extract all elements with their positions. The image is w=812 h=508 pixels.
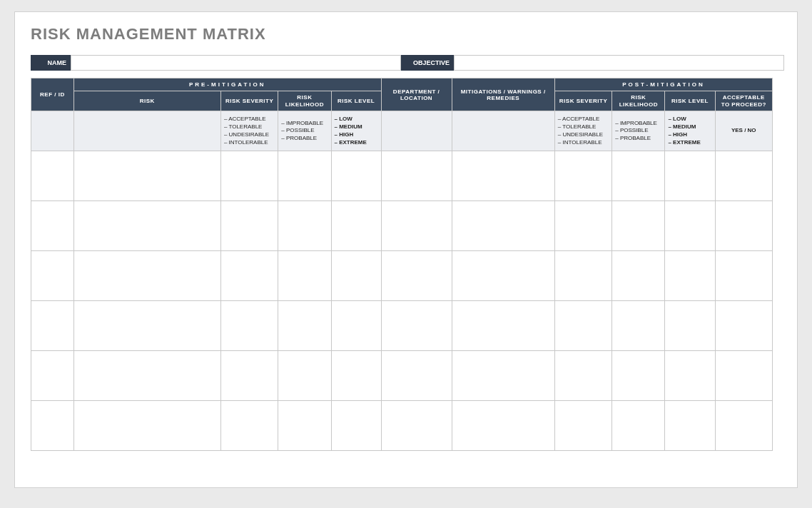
objective-label: OBJECTIVE xyxy=(401,55,454,71)
legend-pre-level: – LOW– MEDIUM– HIGH– EXTREME xyxy=(331,111,381,151)
name-field[interactable] xyxy=(71,55,401,71)
cell-dept[interactable] xyxy=(381,301,452,351)
legend-mitigations xyxy=(452,111,554,151)
cell-mit[interactable] xyxy=(452,201,554,251)
cell-risk[interactable] xyxy=(73,251,220,301)
cell-pre_lvl[interactable] xyxy=(331,401,381,451)
cell-post_sev[interactable] xyxy=(554,351,611,401)
legend-row: – ACCEPTABLE– TOLERABLE– UNDESIRABLE– IN… xyxy=(31,111,773,151)
cell-pre_lvl[interactable] xyxy=(331,201,381,251)
cell-acc[interactable] xyxy=(715,351,773,401)
page-title: RISK MANAGEMENT MATRIX xyxy=(31,25,784,44)
objective-field[interactable] xyxy=(454,55,784,71)
cell-dept[interactable] xyxy=(381,251,452,301)
cell-post_sev[interactable] xyxy=(554,151,611,201)
cell-pre_sev[interactable] xyxy=(220,151,278,201)
cell-post_sev[interactable] xyxy=(554,401,611,451)
legend-post-level: – LOW– MEDIUM– HIGH– EXTREME xyxy=(665,111,715,151)
cell-pre_lik[interactable] xyxy=(278,251,331,301)
col-pre-level: RISK LEVEL xyxy=(331,91,381,111)
table-row xyxy=(31,251,773,301)
cell-ref[interactable] xyxy=(31,151,74,201)
cell-mit[interactable] xyxy=(452,251,554,301)
cell-post_lvl[interactable] xyxy=(665,201,715,251)
table-row xyxy=(31,351,773,401)
cell-acc[interactable] xyxy=(715,401,773,451)
legend-pre-likelihood: – IMPROBABLE– POSSIBLE– PROBABLE xyxy=(278,111,331,151)
col-mitigations: MITIGATIONS / WARNINGS / REMEDIES xyxy=(452,78,554,111)
cell-post_sev[interactable] xyxy=(554,201,611,251)
risk-matrix-table: REF / ID PRE-MITIGATION DEPARTMENT / LOC… xyxy=(31,78,773,451)
cell-acc[interactable] xyxy=(715,301,773,351)
legend-pre-severity: – ACCEPTABLE– TOLERABLE– UNDESIRABLE– IN… xyxy=(220,111,278,151)
cell-post_lvl[interactable] xyxy=(665,351,715,401)
cell-acc[interactable] xyxy=(715,251,773,301)
legend-risk xyxy=(73,111,220,151)
cell-dept[interactable] xyxy=(381,351,452,401)
cell-mit[interactable] xyxy=(452,351,554,401)
cell-risk[interactable] xyxy=(73,351,220,401)
col-post-severity: RISK SEVERITY xyxy=(554,91,611,111)
cell-post_lvl[interactable] xyxy=(665,151,715,201)
cell-post_lvl[interactable] xyxy=(665,251,715,301)
cell-acc[interactable] xyxy=(715,151,773,201)
cell-pre_lvl[interactable] xyxy=(331,301,381,351)
cell-pre_sev[interactable] xyxy=(220,401,278,451)
cell-post_lik[interactable] xyxy=(612,351,665,401)
cell-dept[interactable] xyxy=(381,201,452,251)
cell-pre_sev[interactable] xyxy=(220,351,278,401)
table-row xyxy=(31,301,773,351)
cell-ref[interactable] xyxy=(31,201,74,251)
cell-post_lik[interactable] xyxy=(612,401,665,451)
col-group-post: POST-MITIGATION xyxy=(554,78,772,91)
col-group-pre: PRE-MITIGATION xyxy=(73,78,381,91)
cell-risk[interactable] xyxy=(73,151,220,201)
cell-pre_sev[interactable] xyxy=(220,251,278,301)
cell-mit[interactable] xyxy=(452,301,554,351)
cell-dept[interactable] xyxy=(381,401,452,451)
cell-post_lik[interactable] xyxy=(612,151,665,201)
legend-post-severity: – ACCEPTABLE– TOLERABLE– UNDESIRABLE– IN… xyxy=(554,111,611,151)
cell-mit[interactable] xyxy=(452,401,554,451)
cell-post_lik[interactable] xyxy=(612,201,665,251)
cell-post_sev[interactable] xyxy=(554,301,611,351)
cell-pre_lik[interactable] xyxy=(278,401,331,451)
cell-post_lik[interactable] xyxy=(612,251,665,301)
cell-pre_lik[interactable] xyxy=(278,151,331,201)
cell-pre_lvl[interactable] xyxy=(331,151,381,201)
cell-risk[interactable] xyxy=(73,401,220,451)
cell-acc[interactable] xyxy=(715,201,773,251)
cell-dept[interactable] xyxy=(381,151,452,201)
cell-post_lvl[interactable] xyxy=(665,301,715,351)
col-pre-severity: RISK SEVERITY xyxy=(220,91,278,111)
col-ref: REF / ID xyxy=(31,78,74,111)
legend-acceptable: YES / NO xyxy=(715,111,773,151)
legend-ref xyxy=(31,111,74,151)
cell-pre_lvl[interactable] xyxy=(331,351,381,401)
col-post-likelihood: RISK LIKELIHOOD xyxy=(612,91,665,111)
cell-post_lik[interactable] xyxy=(612,301,665,351)
col-department: DEPARTMENT / LOCATION xyxy=(381,78,452,111)
cell-pre_sev[interactable] xyxy=(220,201,278,251)
cell-pre_sev[interactable] xyxy=(220,301,278,351)
table-row xyxy=(31,401,773,451)
cell-post_sev[interactable] xyxy=(554,251,611,301)
cell-mit[interactable] xyxy=(452,151,554,201)
col-pre-likelihood: RISK LIKELIHOOD xyxy=(278,91,331,111)
cell-pre_lvl[interactable] xyxy=(331,251,381,301)
cell-risk[interactable] xyxy=(73,201,220,251)
cell-ref[interactable] xyxy=(31,251,74,301)
cell-risk[interactable] xyxy=(73,301,220,351)
cell-pre_lik[interactable] xyxy=(278,201,331,251)
cell-post_lvl[interactable] xyxy=(665,401,715,451)
cell-ref[interactable] xyxy=(31,401,74,451)
cell-pre_lik[interactable] xyxy=(278,351,331,401)
legend-department xyxy=(381,111,452,151)
page: RISK MANAGEMENT MATRIX NAME OBJECTIVE RE… xyxy=(14,11,798,488)
cell-ref[interactable] xyxy=(31,351,74,401)
table-row xyxy=(31,151,773,201)
cell-ref[interactable] xyxy=(31,301,74,351)
legend-post-likelihood: – IMPROBABLE– POSSIBLE– PROBABLE xyxy=(612,111,665,151)
cell-pre_lik[interactable] xyxy=(278,301,331,351)
table-head: REF / ID PRE-MITIGATION DEPARTMENT / LOC… xyxy=(31,78,773,111)
